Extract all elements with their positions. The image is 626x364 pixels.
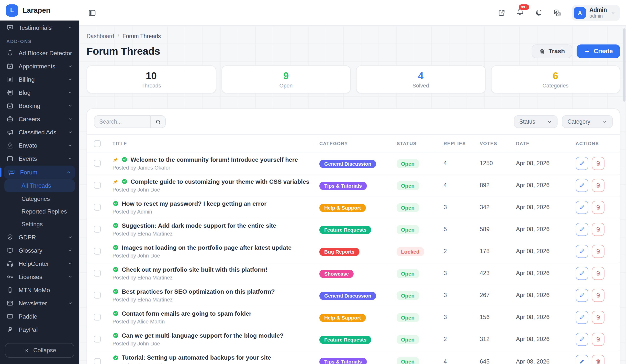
status-filter[interactable]: Status [514, 115, 557, 128]
replies-count: 4 [444, 358, 480, 364]
thread-title[interactable]: Contact form emails are going to spam fo… [122, 310, 251, 317]
search-button[interactable] [150, 116, 165, 128]
delete-button[interactable] [592, 245, 604, 258]
row-checkbox[interactable] [94, 270, 101, 277]
delete-button[interactable] [592, 266, 604, 280]
threads-table-card: Status Category TITLE CATEGORY STATUS [86, 108, 620, 364]
sidebar-subitem-settings[interactable]: Settings [0, 218, 79, 231]
sidebar-collapse-button[interactable]: Collapse [5, 343, 74, 358]
sidebar-item-careers[interactable]: Careers [0, 112, 79, 126]
row-checkbox[interactable] [94, 248, 101, 255]
delete-button[interactable] [592, 355, 604, 364]
edit-button[interactable] [576, 266, 588, 280]
row-checkbox[interactable] [94, 182, 101, 189]
sidebar-item-forum[interactable]: Forum [4, 166, 75, 179]
edit-button[interactable] [576, 332, 588, 346]
sidebar-item-billing[interactable]: Billing [0, 73, 79, 86]
page-scrollbar[interactable] [623, 28, 626, 102]
panel-toggle-icon[interactable] [88, 8, 96, 17]
row-checkbox[interactable] [94, 314, 101, 321]
sidebar-item-ad-blocker-detector[interactable]: Ad Blocker Detector [0, 46, 79, 60]
sidebar-item-paddle[interactable]: Paddle [0, 310, 79, 323]
sidebar-item-newsletter[interactable]: Newsletter [0, 297, 79, 310]
category-filter[interactable]: Category [562, 115, 613, 128]
edit-button[interactable] [576, 355, 588, 364]
brand-header[interactable]: L Larapen [0, 0, 79, 21]
thread-title[interactable]: How to reset my password? I keep getting… [122, 200, 267, 207]
thread-title[interactable]: Welcome to the community forum! Introduc… [131, 156, 298, 163]
external-link-icon[interactable] [497, 8, 506, 17]
thread-title[interactable]: Tutorial: Setting up automated backups f… [122, 354, 271, 361]
chevron-down-icon [68, 25, 73, 30]
edit-button[interactable] [576, 245, 588, 258]
select-all-checkbox[interactable] [94, 140, 101, 147]
edit-button[interactable] [576, 200, 588, 214]
delete-button[interactable] [592, 289, 604, 302]
moon-icon[interactable] [535, 8, 543, 17]
sidebar-item-helpcenter[interactable]: HelpCenter [0, 257, 79, 270]
delete-button[interactable] [592, 332, 604, 346]
row-checkbox[interactable] [94, 358, 101, 364]
delete-button[interactable] [592, 310, 604, 324]
row-checkbox[interactable] [94, 292, 101, 298]
search-input[interactable] [94, 116, 150, 128]
collapse-label: Collapse [33, 347, 56, 354]
search-group [94, 115, 166, 128]
edit-button[interactable] [576, 157, 588, 170]
sidebar-item-booking[interactable]: Booking [0, 99, 79, 112]
row-checkbox[interactable] [94, 204, 101, 211]
translate-icon[interactable] [553, 8, 561, 17]
sidebar-item-events[interactable]: Events [0, 152, 79, 165]
notifications-button[interactable]: 99+ [516, 8, 524, 18]
thread-author: Posted by John Doe [113, 186, 319, 192]
sidebar-item-testimonials[interactable]: Testimonials [0, 21, 79, 34]
thread-title[interactable]: Can we get multi-language support for th… [122, 332, 283, 339]
delete-button[interactable] [592, 179, 604, 192]
edit-button[interactable] [576, 223, 588, 236]
sidebar-item-blog[interactable]: Blog [0, 86, 79, 99]
sidebar-item-gdpr[interactable]: GDPR [0, 231, 79, 244]
mobile-icon [6, 286, 14, 294]
sidebar-item-glossary[interactable]: Glossary [0, 244, 79, 257]
create-button[interactable]: Create [577, 44, 620, 58]
sidebar-subitem-reported-replies[interactable]: Reported Replies [0, 205, 79, 218]
main-area: 99+ A Admin admin Dashboard / Forum Thr [79, 0, 626, 364]
table-row: Images not loading on the portfolio page… [87, 240, 620, 262]
sidebar-item-classified-ads[interactable]: Classified Ads [0, 126, 79, 139]
sidebar-item-envato[interactable]: Envato [0, 139, 79, 152]
sidebar-item-point-of-sale[interactable]: Point of Sale [0, 336, 79, 338]
votes-count: 312 [480, 336, 516, 342]
delete-button[interactable] [592, 157, 604, 170]
thread-author: Posted by Elena Martinez [113, 296, 319, 302]
chevron-down-icon [68, 261, 73, 266]
thread-title[interactable]: Suggestion: Add dark mode support for th… [122, 222, 276, 229]
sidebar-item-licenses[interactable]: Licenses [0, 270, 79, 283]
sidebar-item-paypal[interactable]: PayPal [0, 323, 79, 336]
trash-icon [595, 248, 601, 254]
delete-button[interactable] [592, 200, 604, 214]
user-name: Admin [589, 7, 607, 13]
solved-icon [113, 200, 119, 207]
row-checkbox[interactable] [94, 160, 101, 166]
edit-button[interactable] [576, 310, 588, 324]
row-checkbox[interactable] [94, 226, 101, 232]
row-checkbox[interactable] [94, 336, 101, 342]
chevron-down-icon [602, 119, 607, 124]
sidebar-subitem-all-threads[interactable]: All Threads [4, 179, 75, 192]
sidebar-item-appointments[interactable]: Appointments [0, 60, 79, 73]
user-menu[interactable]: A Admin admin [572, 5, 620, 21]
thread-title[interactable]: Complete guide to customizing your theme… [131, 178, 309, 185]
trash-button[interactable]: Trash [531, 44, 572, 58]
edit-button[interactable] [576, 179, 588, 192]
sidebar-item-label: Booking [19, 102, 40, 109]
thread-title[interactable]: Check out my portfolio site built with t… [122, 266, 268, 273]
edit-button[interactable] [576, 289, 588, 302]
thread-date: Apr 08, 2026 [516, 248, 571, 255]
thread-title[interactable]: Images not loading on the portfolio page… [122, 244, 291, 251]
chevron-up-icon [66, 169, 71, 175]
sidebar-subitem-categories[interactable]: Categories [0, 193, 79, 205]
thread-title[interactable]: Best practices for SEO optimization on t… [122, 288, 275, 295]
delete-button[interactable] [592, 223, 604, 236]
sidebar-item-mtn-momo[interactable]: MTN MoMo [0, 283, 79, 297]
breadcrumb-dashboard[interactable]: Dashboard [86, 33, 114, 39]
